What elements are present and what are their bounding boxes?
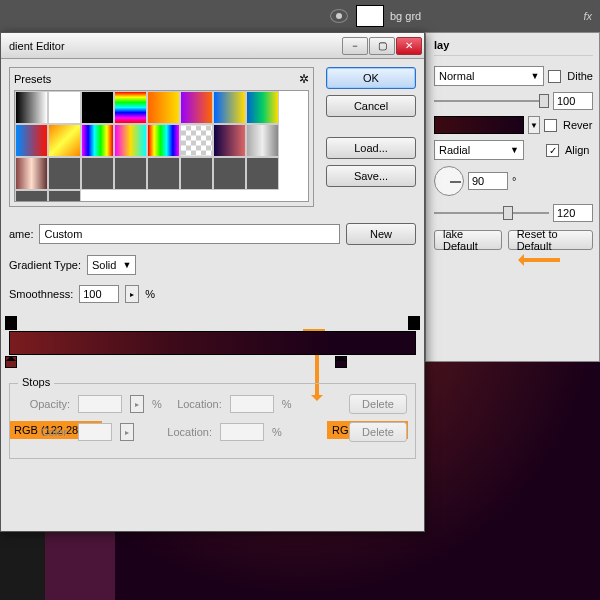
gradient-swatch[interactable]: [434, 116, 524, 134]
opacity-location-value[interactable]: [230, 395, 274, 413]
opacity-slider[interactable]: [434, 93, 549, 109]
opacity-stop-label: Opacity:: [18, 398, 70, 410]
reverse-label: Rever: [563, 119, 592, 131]
preset-swatch[interactable]: [180, 91, 213, 124]
dialog-titlebar[interactable]: dient Editor － ▢ ✕: [1, 33, 424, 59]
preset-swatch[interactable]: [246, 124, 279, 157]
style-select[interactable]: Radial▼: [434, 140, 524, 160]
dialog-title: dient Editor: [9, 40, 341, 52]
scale-value[interactable]: 120: [553, 204, 593, 222]
gradient-preview[interactable]: [9, 331, 416, 355]
new-button[interactable]: New: [346, 223, 416, 245]
blend-mode-select[interactable]: Normal▼: [434, 66, 544, 86]
cancel-button[interactable]: Cancel: [326, 95, 416, 117]
layer-fx-badge[interactable]: fx: [583, 10, 592, 22]
gradient-type-select[interactable]: Solid▼: [87, 255, 136, 275]
opacity-stop-value[interactable]: [78, 395, 122, 413]
color-stop-swatch[interactable]: [78, 423, 112, 441]
opacity-stop[interactable]: [408, 316, 420, 330]
preset-swatch[interactable]: [147, 157, 180, 190]
scale-slider[interactable]: [434, 205, 549, 221]
preset-swatch[interactable]: [15, 157, 48, 190]
preset-swatch-grid[interactable]: [14, 90, 309, 202]
dither-label: Dithe: [567, 70, 593, 82]
smoothness-label: Smoothness:: [9, 288, 73, 300]
color-stop-left[interactable]: [5, 356, 17, 370]
align-checkbox[interactable]: ✓: [546, 144, 559, 157]
preset-swatch[interactable]: [48, 157, 81, 190]
preset-swatch[interactable]: [180, 124, 213, 157]
preset-swatch[interactable]: [246, 157, 279, 190]
visibility-eye-icon[interactable]: [330, 9, 348, 23]
angle-value[interactable]: 90: [468, 172, 508, 190]
preset-swatch[interactable]: [213, 157, 246, 190]
gradient-type-label: Gradient Type:: [9, 259, 81, 271]
presets-menu-gear-icon[interactable]: ✲: [299, 72, 309, 86]
layer-name[interactable]: bg grd: [390, 10, 421, 22]
gradient-bar[interactable]: [9, 331, 416, 355]
maximize-button[interactable]: ▢: [369, 37, 395, 55]
preset-swatch[interactable]: [81, 124, 114, 157]
preset-swatch[interactable]: [15, 124, 48, 157]
ok-button[interactable]: OK: [326, 67, 416, 89]
stops-group: Stops Opacity: ▸ % Location: % Delete Co…: [9, 383, 416, 459]
annotation-arrow: [520, 258, 560, 262]
make-default-button[interactable]: lake Default: [434, 230, 502, 250]
presets-label: Presets: [14, 73, 51, 85]
opacity-stop[interactable]: [5, 316, 17, 330]
preset-swatch[interactable]: [15, 190, 48, 202]
align-label: Align: [565, 144, 589, 156]
reverse-checkbox[interactable]: [544, 119, 557, 132]
preset-swatch[interactable]: [81, 157, 114, 190]
angle-dial[interactable]: [434, 166, 464, 196]
smoothness-flyout-icon[interactable]: ▸: [125, 285, 139, 303]
dither-checkbox[interactable]: [548, 70, 561, 83]
preset-swatch[interactable]: [114, 91, 147, 124]
gradient-dropdown-icon[interactable]: ▼: [528, 116, 540, 134]
preset-swatch[interactable]: [48, 190, 81, 202]
minimize-button[interactable]: －: [342, 37, 368, 55]
preset-swatch[interactable]: [48, 91, 81, 124]
opacity-flyout-icon[interactable]: ▸: [130, 395, 144, 413]
close-button[interactable]: ✕: [396, 37, 422, 55]
preset-swatch[interactable]: [180, 157, 213, 190]
opacity-value[interactable]: 100: [553, 92, 593, 110]
preset-swatch[interactable]: [147, 91, 180, 124]
stops-legend: Stops: [18, 376, 54, 388]
color-stop-label: Color:: [18, 426, 70, 438]
preset-swatch[interactable]: [81, 91, 114, 124]
percent-label: %: [152, 398, 162, 410]
preset-swatch[interactable]: [213, 124, 246, 157]
preset-swatch[interactable]: [114, 124, 147, 157]
preset-swatch[interactable]: [48, 124, 81, 157]
percent-label: %: [282, 398, 292, 410]
presets-group: Presets ✲: [9, 67, 314, 207]
layer-thumbnail[interactable]: [356, 5, 384, 27]
preset-swatch[interactable]: [147, 124, 180, 157]
angle-unit: °: [512, 175, 516, 187]
name-label: ame:: [9, 228, 33, 240]
color-location-value[interactable]: [220, 423, 264, 441]
preset-swatch[interactable]: [246, 91, 279, 124]
layers-panel-row: bg grd fx: [0, 0, 600, 32]
percent-label: %: [272, 426, 282, 438]
color-flyout-icon[interactable]: ▸: [120, 423, 134, 441]
name-input[interactable]: [39, 224, 340, 244]
location-label: Location:: [160, 426, 212, 438]
percent-label: %: [145, 288, 155, 300]
delete-color-stop-button[interactable]: Delete: [349, 422, 407, 442]
reset-default-button[interactable]: Reset to Default: [508, 230, 593, 250]
location-label: Location:: [170, 398, 222, 410]
color-stop-right[interactable]: [335, 356, 347, 370]
preset-swatch[interactable]: [213, 91, 246, 124]
save-button[interactable]: Save...: [326, 165, 416, 187]
gradient-overlay-panel: lay Normal▼ Dithe 100 ▼ Rever Radial▼ ✓ …: [425, 32, 600, 362]
smoothness-value[interactable]: 100: [79, 285, 119, 303]
preset-swatch[interactable]: [114, 157, 147, 190]
delete-opacity-stop-button[interactable]: Delete: [349, 394, 407, 414]
preset-swatch[interactable]: [15, 91, 48, 124]
panel-heading: lay: [434, 39, 593, 56]
gradient-editor-dialog: dient Editor － ▢ ✕ Presets ✲ OK Cancel L…: [0, 32, 425, 532]
load-button[interactable]: Load...: [326, 137, 416, 159]
